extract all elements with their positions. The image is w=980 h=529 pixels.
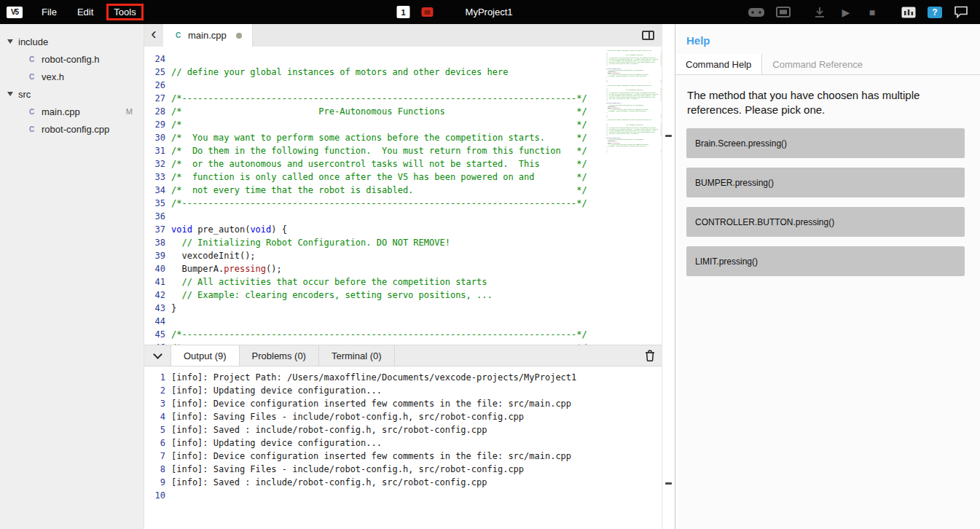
code-line: 45/*------------------------------------…	[144, 328, 606, 341]
menu-edit[interactable]: Edit	[70, 4, 101, 20]
line-number: 32	[144, 157, 171, 171]
code-text: /* Pre-Autonomous Functions */	[171, 105, 587, 118]
console-icon[interactable]	[901, 5, 916, 20]
output-line: 3[info]: Device configuration inserted f…	[144, 397, 662, 410]
code-token: void	[250, 224, 271, 235]
tree-file-vex.h[interactable]: Cvex.h	[0, 68, 144, 85]
code-line: 41 // All activities that occur before t…	[144, 275, 606, 289]
line-number: 4	[144, 410, 171, 423]
clear-output-button[interactable]	[645, 345, 655, 366]
help-icon[interactable]: ?	[928, 7, 942, 18]
tree-folder-src[interactable]: src	[0, 85, 144, 103]
topbar-center: 1 MyProject1	[397, 6, 513, 18]
output-line: 6[info]: Updating device configuration..…	[144, 436, 662, 450]
tab-problems[interactable]: Problems (0)	[240, 345, 319, 366]
code-text: /*--------------------------------------…	[171, 328, 587, 341]
code-text: // Example: clearing encoders, setting s…	[171, 289, 493, 302]
output-line: 7[info]: Device configuration inserted f…	[144, 450, 662, 463]
line-number: 1	[144, 371, 171, 384]
help-tab-command-reference[interactable]: Command Reference	[762, 54, 873, 74]
help-option-button[interactable]: LIMIT.pressing()	[686, 246, 965, 276]
split-editor-icon[interactable]	[642, 31, 654, 40]
modified-badge: M	[126, 107, 133, 116]
code-token: /* not every time that the robot is disa…	[171, 185, 587, 195]
code-line: 35/*------------------------------------…	[144, 197, 606, 210]
cpp-file-icon: C	[27, 107, 36, 117]
code-token: vexcodeInit();	[171, 251, 256, 261]
line-number: 41	[144, 275, 171, 289]
tab-output[interactable]: Output (9)	[170, 345, 240, 366]
scrollbar-gutter	[662, 24, 675, 529]
tree-item-label: robot-config.h	[42, 54, 100, 65]
play-icon[interactable]: ▶	[839, 5, 853, 20]
editor-scrollbar-thumb[interactable]	[665, 135, 672, 137]
menu-file[interactable]: File	[34, 4, 64, 20]
brain-status-icon[interactable]	[422, 7, 434, 17]
disclosure-triangle-icon[interactable]	[7, 92, 13, 96]
help-panel: Help Command HelpCommand Reference The m…	[675, 24, 980, 529]
brain-screen-icon[interactable]	[776, 5, 791, 20]
tree-file-main.cpp[interactable]: Cmain.cppM	[0, 103, 144, 120]
line-number: 43	[144, 302, 171, 315]
code-token: /*--------------------------------------…	[171, 198, 587, 208]
project-title[interactable]: MyProject1	[466, 7, 513, 17]
line-number: 33	[144, 171, 171, 184]
code-token: // All activities that occur before the …	[171, 277, 487, 287]
line-number: 2	[144, 384, 171, 397]
collapse-panel-button[interactable]	[144, 345, 170, 366]
slot-badge[interactable]: 1	[397, 6, 410, 18]
vex-logo-icon: V5	[7, 7, 23, 18]
output-scrollbar-thumb[interactable]	[665, 482, 672, 485]
line-number: 6	[144, 436, 171, 450]
editor-tab-main-cpp[interactable]: C main.cpp	[163, 24, 253, 47]
code-token: pressing	[224, 264, 266, 274]
code-line: 33/* function is only called once after …	[144, 171, 606, 184]
tree-folder-include[interactable]: include	[0, 33, 144, 50]
disclosure-triangle-icon[interactable]	[7, 39, 13, 44]
line-number: 5	[144, 423, 171, 436]
code-token: /* */	[171, 119, 587, 130]
tree-file-robot-config.cpp[interactable]: Crobot-config.cpp	[0, 120, 144, 138]
menu-tools[interactable]: Tools	[106, 4, 143, 20]
code-text: }	[171, 302, 176, 315]
bottom-tabs: Output (9)Problems (0)Terminal (0)	[170, 345, 395, 366]
code-line: 25// define your global instances of mot…	[144, 66, 606, 79]
line-number: 34	[144, 184, 171, 197]
vexcode-window: V5 FileEditTools 1 MyProject1 ▶ ■ ?	[0, 0, 980, 529]
output-text: [info]: Saving Files - include/robot-con…	[171, 463, 524, 476]
code-token: pre_auton(	[192, 224, 250, 235]
tree-file-robot-config.h[interactable]: Crobot-config.h	[0, 50, 144, 68]
download-icon[interactable]	[812, 5, 827, 20]
minimap[interactable]: // define your global instances of motor…	[606, 47, 662, 345]
output-text: [info]: Updating device configuration...	[171, 436, 382, 450]
code-token: /* You may want to perform some actions …	[171, 133, 587, 143]
code-token: /* or the autonomous and usercontrol tas…	[171, 159, 587, 169]
help-option-button[interactable]: Brain.Screen.pressing()	[686, 128, 965, 158]
code-text: /* Do them in the following function. Yo…	[171, 144, 587, 157]
code-line: 32/* or the autonomous and usercontrol t…	[144, 157, 606, 171]
output-line: 4[info]: Saving Files - include/robot-co…	[144, 410, 662, 423]
code-text: // define your global instances of motor…	[171, 66, 508, 79]
code-text: /* You may want to perform some actions …	[171, 131, 587, 144]
minimap-line: /*--------------------------------------…	[606, 100, 662, 101]
tab-terminal[interactable]: Terminal (0)	[319, 345, 395, 366]
minimap-line: /*--------------------------------------…	[606, 65, 662, 66]
help-option-button[interactable]: CONTROLLER.BUTTON.pressing()	[686, 207, 965, 237]
help-option-button[interactable]: BUMPER.pressing()	[686, 168, 965, 197]
code-line: 31/* Do them in the following function. …	[144, 144, 606, 157]
stop-icon[interactable]: ■	[865, 5, 879, 20]
cpp-file-icon: C	[173, 31, 183, 40]
line-number: 10	[144, 489, 171, 502]
chat-icon[interactable]	[954, 5, 968, 20]
editor-tab-label: main.cpp	[188, 30, 227, 41]
help-tab-command-help[interactable]: Command Help	[675, 54, 762, 74]
controller-icon[interactable]	[748, 5, 764, 20]
back-button[interactable]: ‹	[144, 24, 163, 47]
output-line: 9[info]: Saved : include/robot-config.h,…	[144, 476, 662, 489]
output-content[interactable]: 1[info]: Project Path: /Users/maxoffline…	[144, 367, 662, 529]
output-line: 10	[144, 489, 662, 502]
help-panel-title: Help	[675, 24, 980, 54]
line-number: 40	[144, 262, 171, 275]
code-content[interactable]: 2425// define your global instances of m…	[144, 47, 606, 345]
code-editor: 2425// define your global instances of m…	[144, 47, 662, 345]
